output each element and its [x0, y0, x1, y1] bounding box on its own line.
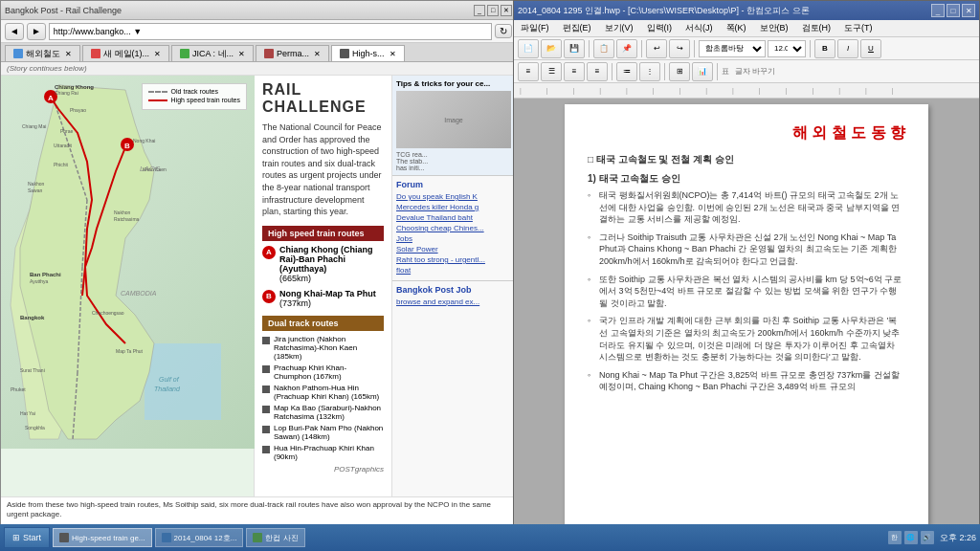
word-minimize-button[interactable]: _	[931, 4, 945, 17]
word-maximize-button[interactable]: □	[947, 4, 960, 17]
menu-edit[interactable]: 편집(E)	[560, 21, 594, 35]
forward-button[interactable]: ►	[27, 23, 46, 40]
start-button[interactable]: ⊞ Start	[4, 527, 50, 548]
svg-text:Map Ta Phut: Map Ta Phut	[116, 348, 144, 354]
tab-close-4[interactable]: ✕	[314, 50, 321, 58]
tab-close-3[interactable]: ✕	[238, 50, 245, 58]
browser-window: Bangkok Post - Rail Challenge _ □ ✕ ◄ ► …	[0, 0, 517, 551]
forum-item-6[interactable]: Raht too strong - urgentl...	[396, 255, 512, 264]
maximize-button[interactable]: □	[487, 5, 499, 16]
forum-item-2[interactable]: Devalue Thailand baht	[396, 213, 512, 222]
story-continues: (Story continues below)	[1, 62, 516, 76]
tab-favicon-3	[180, 49, 189, 58]
forum-item-0[interactable]: Do you speak English K	[396, 192, 512, 201]
browser-title: Bangkok Post - Rail Challenge	[5, 6, 122, 15]
word-toolbar2: ≡ ☰ ≡ ≡ ≔ ⋮ ⊞ 📊 표 글자 바꾸기	[514, 60, 979, 83]
tab-perma[interactable]: Perma... ✕	[256, 45, 329, 61]
svg-text:Nakhon: Nakhon	[28, 181, 44, 187]
tab-close-1[interactable]: ✕	[65, 50, 72, 58]
forum-item-1[interactable]: Mercedes killer Honda g	[396, 203, 512, 211]
ruler-marks: | | | | | | | | | | | | | | |	[520, 87, 905, 94]
svg-rect-0	[145, 343, 221, 420]
taskbar-item-word[interactable]: 2014_0804 12호...	[155, 528, 244, 547]
doc-title: 해 외 철 도 동 향	[588, 123, 905, 143]
tray-keyboard-icon[interactable]: 한	[888, 531, 902, 544]
job-title: Bangkok Post Job	[396, 285, 512, 295]
toolbar-align-center[interactable]: ☰	[541, 62, 562, 81]
toolbar-copy[interactable]: 📋	[593, 39, 614, 58]
svg-text:Khon Kaen: Khon Kaen	[143, 166, 167, 172]
taskbar-favicon-word	[162, 533, 171, 542]
svg-text:Ban Phachi: Ban Phachi	[30, 272, 61, 277]
taskbar-item-photo[interactable]: 한컵 사진	[246, 528, 304, 547]
font-family-dropdown[interactable]: 함초롬바탕	[699, 40, 766, 57]
svg-text:Chiang Mai: Chiang Mai	[22, 123, 46, 129]
dual-routes-list: Jira junction (Nakhon Ratchasima)-Khon K…	[262, 335, 384, 461]
toolbar-undo[interactable]: ↩	[646, 39, 667, 58]
toolbar-num-list[interactable]: ⋮	[639, 62, 660, 81]
toolbar-chart[interactable]: 📊	[692, 62, 713, 81]
taskbar-item-browser[interactable]: High-speed train ge...	[53, 528, 152, 547]
tab-close-5[interactable]: ✕	[390, 50, 396, 58]
toolbar-open[interactable]: 📂	[541, 39, 562, 58]
dual-route-text-2: Nakhon Pathom-Hua Hin (Prachuap Khiri Kh…	[274, 384, 384, 401]
minimize-button[interactable]: _	[474, 5, 485, 16]
tab-mail[interactable]: 새 메일(1)... ✕	[82, 45, 169, 61]
taskbar-clock: 오후 2:26	[940, 532, 976, 544]
toolbar-align-justify[interactable]: ≡	[587, 62, 608, 81]
toolbar-align-right[interactable]: ≡	[564, 62, 585, 81]
job-text[interactable]: browse and expand ex...	[396, 298, 512, 306]
font-size-dropdown[interactable]: 12.0	[768, 40, 806, 57]
sep4	[810, 40, 811, 57]
doc-subsection1: 1) 태국 고속철도 승인	[588, 172, 905, 186]
dual-route-3: Map Ka Bao (Saraburi)-Nakhon Ratchasima …	[262, 404, 384, 421]
svg-text:Phuket: Phuket	[11, 386, 26, 392]
toolbar-paste[interactable]: 📌	[616, 39, 637, 58]
forum-title: Forum	[396, 180, 512, 189]
route-b-distance: (737km)	[279, 298, 311, 308]
word-close-button[interactable]: ✕	[962, 4, 975, 17]
toolbar-table[interactable]: ⊞	[669, 62, 690, 81]
menu-view[interactable]: 보기(V)	[602, 21, 636, 35]
route-a-name: Chiang Khong (Chiang Rai)-Ban Phachi (Ay…	[279, 245, 372, 274]
tab-jica[interactable]: JICA : 네... ✕	[171, 45, 254, 61]
toolbar-underline[interactable]: U	[860, 39, 881, 58]
close-button[interactable]: ✕	[501, 5, 512, 16]
toolbar-new[interactable]: 📄	[518, 39, 539, 58]
start-label: Start	[23, 533, 41, 542]
toolbar-align-left[interactable]: ≡	[518, 62, 539, 81]
title-buttons: _ □ ✕	[474, 5, 512, 16]
menu-page[interactable]: 쪽(K)	[724, 21, 749, 35]
word-titlebar: 2014_0804 1295 인결.hwp - [C:\Users\WISER\…	[514, 1, 979, 20]
tray-volume-icon[interactable]: 🔊	[921, 531, 934, 544]
toolbar-bullet-list[interactable]: ≔	[616, 62, 637, 81]
forum-item-3[interactable]: Choosing cheap Chines...	[396, 224, 512, 232]
forum-item-7[interactable]: float	[396, 266, 512, 275]
dual-route-text-3: Map Ka Bao (Saraburi)-Nakhon Ratchasima …	[274, 404, 384, 421]
forum-item-5[interactable]: Solar Power	[396, 245, 512, 253]
tab-close-2[interactable]: ✕	[154, 50, 161, 58]
tray-network-icon[interactable]: 🌐	[904, 531, 918, 544]
toolbar-bold[interactable]: B	[814, 39, 835, 58]
forum-item-4[interactable]: Jobs	[396, 234, 512, 243]
toolbar-save[interactable]: 💾	[564, 39, 585, 58]
tab-haeoecheoldo[interactable]: 해외철도 ✕	[5, 45, 80, 61]
word-title-buttons: _ □ ✕	[931, 4, 975, 17]
sep7	[717, 63, 718, 80]
toolbar-redo[interactable]: ↪	[669, 39, 690, 58]
address-bar[interactable]	[49, 23, 492, 40]
aside-text: Aside from these two high-speed train ro…	[1, 496, 516, 523]
menu-tools[interactable]: 도구(T)	[841, 21, 876, 35]
toolbar-italic[interactable]: I	[837, 39, 858, 58]
doc-section1: □ 태국 고속철도 및 전철 계획 승인	[588, 153, 905, 166]
refresh-button[interactable]: ↻	[495, 24, 512, 38]
menu-review[interactable]: 검토(H)	[799, 21, 835, 35]
bullet-icon-1	[262, 365, 270, 373]
svg-text:Hat Yai: Hat Yai	[20, 410, 35, 416]
menu-format[interactable]: 서식(J)	[682, 21, 716, 35]
menu-file[interactable]: 파일(F)	[518, 21, 552, 35]
tab-highspeed[interactable]: High-s... ✕	[331, 45, 405, 61]
menu-insert[interactable]: 입력(I)	[644, 21, 676, 35]
back-button[interactable]: ◄	[5, 23, 24, 40]
menu-security[interactable]: 보안(B)	[757, 21, 791, 35]
